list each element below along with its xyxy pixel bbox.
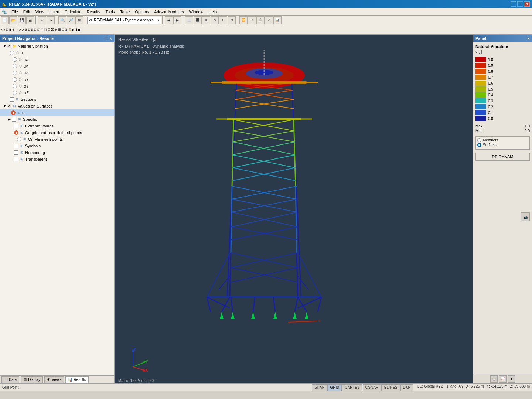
tb2-btn-f[interactable]: → <box>16 28 18 31</box>
tree-item-uy[interactable]: ⬡ uy <box>0 63 114 69</box>
radio-uy[interactable] <box>13 64 17 68</box>
print-btn[interactable]: 🖨 <box>26 16 34 24</box>
menu-view[interactable]: View <box>33 9 47 15</box>
tb2-btn-x[interactable]: ⏸ <box>75 28 78 31</box>
tb2-btn-p[interactable]: ⎔ <box>48 28 50 31</box>
checkbox-values-on-surfaces[interactable]: ✓ <box>7 104 11 108</box>
nav-tab-results[interactable]: 📊 Results <box>65 376 88 383</box>
radio-u2[interactable] <box>11 110 16 115</box>
analysis-dropdown[interactable]: ⚙ RF-DYNAM CA1 - Dynamic analysis ▾ <box>87 17 161 24</box>
nav-float-button[interactable]: □ <box>105 37 107 41</box>
tb-btn-h[interactable]: ⟲ <box>248 16 256 24</box>
menu-table[interactable]: Table <box>118 9 132 15</box>
new-btn[interactable]: 📄 <box>1 16 9 24</box>
tb-btn-j[interactable]: ⚠ <box>265 16 273 24</box>
panel-close-button[interactable]: × <box>528 36 530 41</box>
tb2-btn-v[interactable]: ⌛ <box>68 28 72 31</box>
checkbox-sections[interactable] <box>10 97 14 102</box>
tb2-btn-s[interactable]: 🔳 <box>58 28 61 31</box>
prev-btn[interactable]: ◀ <box>165 16 173 24</box>
zoom-fit-btn[interactable]: ⊞ <box>75 16 83 24</box>
tb2-btn-c[interactable]: ⊡ <box>6 28 8 31</box>
tb-btn-g[interactable]: 🔀 <box>239 16 248 24</box>
tree-item-phix[interactable]: ⬡ φx <box>0 76 114 83</box>
radio-on-fe-mesh[interactable] <box>17 137 21 141</box>
checkbox-numbering[interactable] <box>14 150 18 155</box>
tb2-btn-j[interactable]: ⊟ <box>28 28 31 31</box>
snap-button[interactable]: SNAP <box>312 384 327 391</box>
menu-window[interactable]: Window <box>187 9 205 15</box>
tb2-btn-t[interactable]: ⊞ <box>62 28 64 31</box>
tree-item-u2[interactable]: ⊞ u <box>0 109 114 116</box>
zoom-in-btn[interactable]: 🔍 <box>58 16 66 24</box>
tree-item-on-fe-mesh[interactable]: ⊞ On FE mesh points <box>0 136 114 143</box>
menu-file[interactable]: File <box>9 9 20 15</box>
tb-btn-k[interactable]: 📊 <box>273 16 282 24</box>
tree-item-natural-vibration[interactable]: ▼ ✓ 📁 Natural Vibration <box>0 43 114 50</box>
tree-item-symbols[interactable]: ⊞ Symbols <box>0 143 114 149</box>
panel-radio-surfaces-row[interactable]: Surfaces <box>477 143 528 147</box>
tree-item-phiy[interactable]: ⬡ φY <box>0 83 114 89</box>
open-btn[interactable]: 📂 <box>9 16 17 24</box>
checkbox-extreme-values[interactable] <box>14 124 18 128</box>
tree-item-u[interactable]: ⬡ u <box>0 50 114 56</box>
grid-button[interactable]: GRID <box>327 384 342 391</box>
tb2-btn-g[interactable]: ↗ <box>19 28 21 31</box>
panel-grid-icon-btn[interactable]: ⊞ <box>490 375 498 383</box>
tree-item-numbering[interactable]: ⊞ Numbering <box>0 149 114 156</box>
tb2-btn-a[interactable]: ↖ <box>1 28 3 31</box>
tree-item-ux[interactable]: ⬡ ux <box>0 56 114 63</box>
tb2-btn-h[interactable]: ↙ <box>22 28 24 31</box>
screenshot-button[interactable]: 📷 <box>521 212 530 221</box>
radio-ux[interactable] <box>13 57 17 62</box>
menu-results[interactable]: Results <box>85 9 103 15</box>
tb-btn-a[interactable]: ⬜ <box>185 16 193 24</box>
tb2-btn-n[interactable]: ◲ <box>41 28 44 31</box>
tree-item-extreme-values[interactable]: ⊞ Extreme Values <box>0 123 114 129</box>
close-button[interactable]: ✕ <box>524 1 530 7</box>
tb2-btn-q[interactable]: ⌧ <box>51 28 54 31</box>
tb-btn-f[interactable]: ⊞ <box>228 16 236 24</box>
checkbox-transparent[interactable] <box>14 157 18 161</box>
expand-natural-vibration[interactable]: ▼ <box>3 44 7 48</box>
tb-btn-i[interactable]: ⓘ <box>256 16 265 24</box>
tb2-btn-m[interactable]: ◱ <box>37 28 40 31</box>
undo-btn[interactable]: ↩ <box>38 16 46 24</box>
tb2-btn-l[interactable]: ⊡ <box>34 28 37 31</box>
nav-close-button[interactable]: × <box>110 37 112 41</box>
radio-uz[interactable] <box>13 71 17 75</box>
panel-radio-members-row[interactable]: Members <box>477 138 528 142</box>
tb-btn-d[interactable]: ⊕ <box>211 16 219 24</box>
tb-btn-b[interactable]: ⬛ <box>194 16 202 24</box>
viewport[interactable]: Natural Vibration u [-] RF-DYNAM CA1 - D… <box>115 35 473 383</box>
tree-item-phiz[interactable]: ⬡ φZ <box>0 89 114 96</box>
checkbox-specific[interactable] <box>12 117 16 122</box>
tree-item-specific[interactable]: ▶ ⊞ Specific <box>0 116 114 123</box>
menu-options[interactable]: Options <box>133 9 151 15</box>
tb2-btn-k[interactable]: ⊠ <box>31 28 34 31</box>
menu-edit[interactable]: Edit <box>21 9 33 15</box>
tb2-btn-w[interactable]: ▶ <box>72 28 74 31</box>
minimize-button[interactable]: ─ <box>511 1 516 7</box>
dxf-button[interactable]: DXF <box>400 384 413 391</box>
menu-insert[interactable]: Insert <box>47 9 62 15</box>
tree-item-sections[interactable]: ⊞ Sections <box>0 96 114 103</box>
tree-item-uz[interactable]: ⬡ uz <box>0 69 114 76</box>
menu-tools[interactable]: Tools <box>103 9 117 15</box>
expand-specific[interactable]: ▶ <box>8 117 12 121</box>
save-btn[interactable]: 💾 <box>18 16 26 24</box>
panel-radio-surfaces[interactable] <box>477 143 481 147</box>
zoom-out-btn[interactable]: 🔎 <box>67 16 75 24</box>
tb2-btn-i[interactable]: ⊞ <box>25 28 28 31</box>
tree-item-transparent[interactable]: ⊞ Transparent <box>0 156 114 163</box>
nav-tab-data[interactable]: 🗃 Data <box>1 376 19 383</box>
tree-item-on-grid[interactable]: ⊞ On grid and user-defined points <box>0 129 114 136</box>
panel-radio-members[interactable] <box>477 138 481 142</box>
next-btn[interactable]: ▶ <box>173 16 181 24</box>
checkbox-symbols[interactable] <box>14 144 18 148</box>
tb2-btn-y[interactable]: ⏹ <box>78 28 81 31</box>
tb-btn-c[interactable]: ▦ <box>202 16 210 24</box>
panel-export-icon-btn[interactable]: ⬆ <box>508 375 515 383</box>
redo-btn[interactable]: ↪ <box>47 16 55 24</box>
tb-btn-e[interactable]: ✕ <box>219 16 227 24</box>
